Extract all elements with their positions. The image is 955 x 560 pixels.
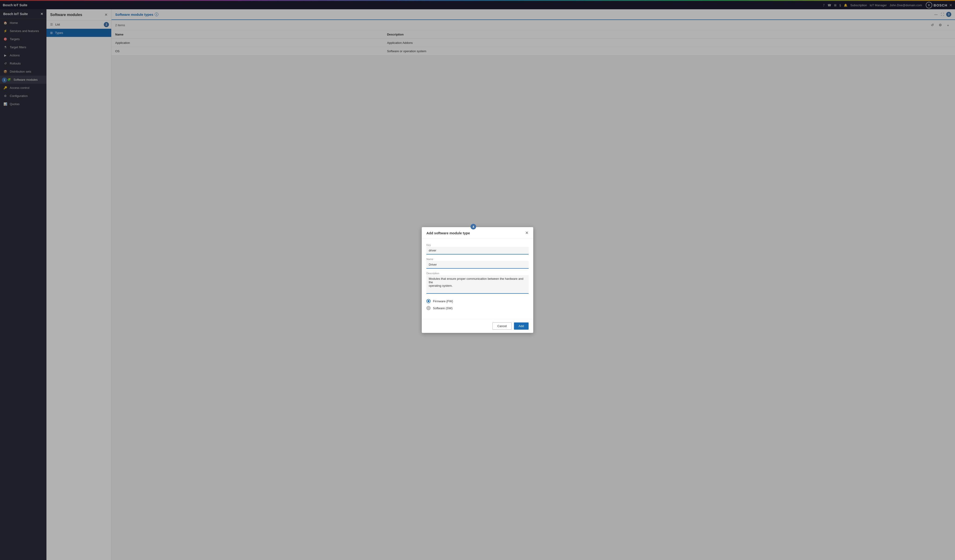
name-field-group: Name bbox=[426, 258, 529, 268]
firmware-radio-item[interactable]: Firmware (FW) bbox=[426, 298, 529, 304]
key-field-group: Key bbox=[426, 243, 529, 254]
software-radio-label: Software (SW) bbox=[433, 306, 452, 310]
name-label: Name bbox=[426, 258, 529, 261]
modal-footer: Cancel Add bbox=[422, 319, 533, 333]
firmware-radio-circle bbox=[426, 299, 431, 303]
software-radio-circle bbox=[426, 306, 431, 310]
software-radio-item[interactable]: Software (SW) bbox=[426, 304, 529, 312]
step-badge-4: 4 bbox=[471, 224, 476, 229]
modal-close-button[interactable]: ✕ bbox=[525, 231, 529, 235]
description-textarea[interactable]: Modules that ensure proper communication… bbox=[426, 275, 529, 294]
firmware-radio-label: Firmware (FW) bbox=[433, 299, 453, 303]
key-label: Key bbox=[426, 243, 529, 246]
key-input[interactable] bbox=[426, 247, 529, 254]
add-module-type-modal: Add software module type ✕ Key Name Desc… bbox=[422, 227, 533, 333]
modal-overlay: 4 Add software module type ✕ Key Name De… bbox=[0, 0, 955, 560]
cancel-button[interactable]: Cancel bbox=[492, 323, 511, 330]
modal-body: Key Name Description Modules that ensure… bbox=[422, 239, 533, 319]
description-field-group: Description Modules that ensure proper c… bbox=[426, 272, 529, 294]
add-button[interactable]: Add bbox=[514, 323, 529, 330]
modal-header: Add software module type ✕ bbox=[422, 227, 533, 239]
name-input[interactable] bbox=[426, 261, 529, 268]
description-label: Description bbox=[426, 272, 529, 275]
type-radio-group: Firmware (FW) Software (SW) bbox=[426, 298, 529, 312]
modal-title: Add software module type bbox=[426, 231, 470, 235]
